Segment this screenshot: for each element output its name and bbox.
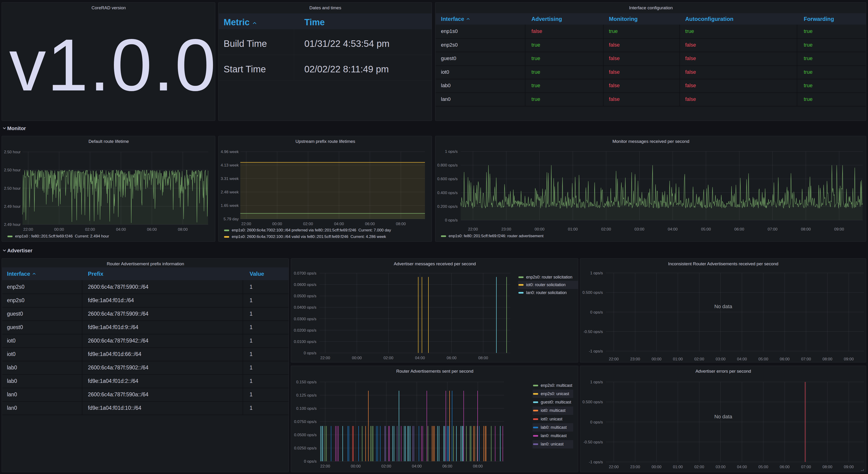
svg-text:0.800 ops/s: 0.800 ops/s — [437, 163, 458, 167]
svg-text:0.0200 ops/s: 0.0200 ops/s — [294, 328, 316, 333]
svg-text:0.100 ops/s: 0.100 ops/s — [296, 406, 317, 411]
svg-text:23:00: 23:00 — [630, 465, 640, 469]
svg-text:07:00: 07:00 — [801, 465, 811, 469]
svg-text:0 ops/s: 0 ops/s — [590, 310, 603, 314]
svg-text:2.48 week: 2.48 week — [221, 190, 239, 194]
svg-text:0.600 ops/s: 0.600 ops/s — [437, 177, 458, 181]
svg-text:0 ops/s: 0 ops/s — [304, 459, 317, 464]
svg-text:03:00: 03:00 — [716, 465, 725, 469]
svg-text:01:00: 01:00 — [568, 227, 578, 231]
svg-text:02:00: 02:00 — [381, 464, 391, 468]
svg-text:22:00: 22:00 — [320, 356, 330, 360]
svg-text:02:00: 02:00 — [383, 356, 394, 360]
svg-text:0.500 ops/s: 0.500 ops/s — [583, 290, 603, 295]
svg-text:02:00: 02:00 — [303, 222, 313, 226]
svg-text:No data: No data — [714, 414, 732, 419]
svg-text:22:00: 22:00 — [320, 464, 330, 468]
svg-text:06:00: 06:00 — [447, 356, 457, 360]
svg-text:08:00: 08:00 — [473, 464, 483, 468]
svg-text:06:00: 06:00 — [147, 227, 157, 232]
svg-text:22:00: 22:00 — [23, 227, 33, 232]
svg-text:05:00: 05:00 — [701, 227, 711, 231]
svg-text:08:00: 08:00 — [823, 465, 833, 469]
svg-text:06:00: 06:00 — [734, 227, 744, 231]
svg-text:22:00: 22:00 — [468, 227, 478, 231]
svg-text:0.0250 ops/s: 0.0250 ops/s — [294, 446, 317, 450]
svg-text:05:00: 05:00 — [758, 465, 768, 469]
svg-text:-1 ops/s: -1 ops/s — [589, 349, 603, 353]
svg-text:09:00: 09:00 — [844, 357, 854, 361]
svg-text:1 ops/s: 1 ops/s — [590, 271, 603, 275]
svg-text:22:00: 22:00 — [609, 357, 619, 361]
svg-text:08:00: 08:00 — [178, 227, 188, 232]
svg-text:00:00: 00:00 — [652, 465, 661, 469]
svg-text:2.50 hour: 2.50 hour — [4, 186, 21, 191]
svg-text:06:00: 06:00 — [780, 357, 790, 361]
svg-text:00:00: 00:00 — [652, 357, 661, 361]
svg-text:0 ops/s: 0 ops/s — [590, 420, 603, 424]
svg-text:0.0500 ops/s: 0.0500 ops/s — [294, 294, 316, 298]
svg-text:00:00: 00:00 — [351, 464, 361, 468]
svg-text:00:00: 00:00 — [535, 227, 545, 231]
svg-text:08:00: 08:00 — [396, 222, 406, 226]
svg-text:0.200 ops/s: 0.200 ops/s — [437, 204, 458, 209]
svg-text:0.0600 ops/s: 0.0600 ops/s — [294, 282, 316, 287]
svg-text:01:00: 01:00 — [673, 465, 683, 469]
svg-text:23:00: 23:00 — [501, 227, 511, 231]
svg-text:02:00: 02:00 — [85, 227, 95, 232]
svg-text:2.49 hour: 2.49 hour — [4, 204, 21, 209]
svg-text:04:00: 04:00 — [415, 356, 425, 360]
svg-text:04:00: 04:00 — [737, 465, 747, 469]
svg-text:2.49 hour: 2.49 hour — [4, 222, 21, 227]
svg-text:07:00: 07:00 — [801, 357, 811, 361]
svg-text:0.0400 ops/s: 0.0400 ops/s — [294, 305, 316, 310]
svg-text:06:00: 06:00 — [442, 464, 452, 468]
svg-text:22:00: 22:00 — [609, 465, 619, 469]
svg-text:0.0750 ops/s: 0.0750 ops/s — [294, 419, 317, 424]
svg-text:0.150 ops/s: 0.150 ops/s — [296, 380, 317, 384]
svg-text:08:00: 08:00 — [478, 356, 488, 360]
svg-text:0.400 ops/s: 0.400 ops/s — [437, 191, 458, 195]
svg-text:3.31 week: 3.31 week — [221, 177, 239, 181]
svg-text:5.79 day: 5.79 day — [224, 217, 239, 221]
svg-text:4.13 week: 4.13 week — [221, 163, 239, 167]
svg-text:00:00: 00:00 — [272, 222, 282, 226]
svg-text:23:00: 23:00 — [630, 357, 640, 361]
svg-text:03:00: 03:00 — [716, 357, 725, 361]
svg-text:0.0700 ops/s: 0.0700 ops/s — [294, 271, 316, 276]
svg-text:0 ops/s: 0 ops/s — [445, 218, 458, 222]
svg-text:06:00: 06:00 — [780, 465, 790, 469]
svg-text:2.50 hour: 2.50 hour — [4, 168, 21, 172]
svg-text:08:00: 08:00 — [801, 227, 811, 231]
svg-text:0.0300 ops/s: 0.0300 ops/s — [294, 317, 316, 321]
svg-text:0.500 ops/s: 0.500 ops/s — [583, 400, 603, 404]
svg-text:-0.50 ops/s: -0.50 ops/s — [583, 440, 603, 444]
svg-text:04:00: 04:00 — [334, 222, 344, 226]
svg-text:03:00: 03:00 — [634, 227, 644, 231]
svg-text:0 ops/s: 0 ops/s — [304, 351, 316, 355]
svg-text:04:00: 04:00 — [737, 357, 747, 361]
svg-text:1.65 week: 1.65 week — [221, 203, 239, 208]
svg-text:No data: No data — [714, 304, 732, 309]
svg-text:01:00: 01:00 — [673, 357, 683, 361]
svg-text:2.50 hour: 2.50 hour — [4, 150, 21, 154]
svg-text:05:00: 05:00 — [758, 357, 768, 361]
svg-text:4.96 week: 4.96 week — [221, 150, 239, 154]
svg-text:0.0500 ops/s: 0.0500 ops/s — [294, 433, 317, 437]
svg-text:1 ops/s: 1 ops/s — [445, 149, 458, 154]
svg-text:02:00: 02:00 — [601, 227, 611, 231]
svg-text:0.0100 ops/s: 0.0100 ops/s — [294, 340, 316, 344]
svg-text:22:00: 22:00 — [241, 222, 251, 226]
svg-text:09:00: 09:00 — [834, 227, 844, 231]
svg-text:09:00: 09:00 — [844, 465, 854, 469]
svg-text:08:00: 08:00 — [823, 357, 833, 361]
svg-text:-0.50 ops/s: -0.50 ops/s — [583, 329, 603, 334]
svg-text:06:00: 06:00 — [365, 222, 375, 226]
svg-text:04:00: 04:00 — [668, 227, 678, 231]
svg-text:-1 ops/s: -1 ops/s — [589, 460, 603, 464]
svg-text:00:00: 00:00 — [54, 227, 64, 232]
svg-text:1 ops/s: 1 ops/s — [590, 380, 603, 384]
svg-text:02:00: 02:00 — [694, 357, 704, 361]
svg-text:00:00: 00:00 — [352, 356, 362, 360]
svg-text:02:00: 02:00 — [694, 465, 704, 469]
